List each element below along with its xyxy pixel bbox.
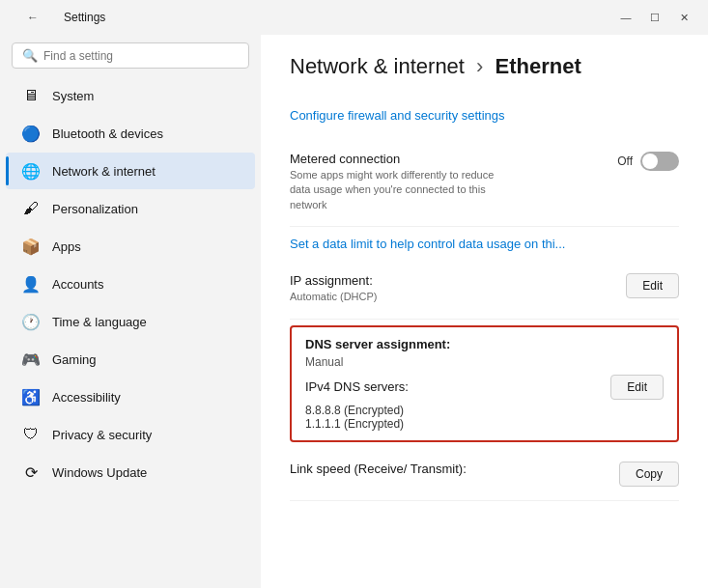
search-icon: 🔍 xyxy=(22,48,38,63)
dns-box: DNS server assignment: Manual IPv4 DNS s… xyxy=(290,325,679,442)
nav-icon-accessibility: ♿ xyxy=(21,387,41,406)
data-limit-link[interactable]: Set a data limit to help control data us… xyxy=(290,237,565,251)
nav-icon-privacy: 🛡 xyxy=(21,425,41,444)
nav-icon-accounts: 👤 xyxy=(21,274,41,294)
content-area: 🔍 🖥 System 🔵 Bluetooth & devices 🌐 Netwo… xyxy=(0,35,708,588)
link-speed-row: Link speed (Receive/ Transmit): Copy xyxy=(290,448,679,501)
metered-label: Metered connection xyxy=(290,152,504,166)
close-button[interactable]: ✕ xyxy=(671,9,696,26)
nav-label-time: Time & language xyxy=(52,315,147,329)
dns-ipv4-label: IPv4 DNS servers: xyxy=(305,379,409,394)
sidebar-item-system[interactable]: 🖥 System xyxy=(6,77,255,114)
sidebar-item-apps[interactable]: 📦 Apps xyxy=(6,228,255,265)
nav-label-gaming: Gaming xyxy=(52,352,97,367)
nav-label-windows-update: Windows Update xyxy=(52,465,147,480)
sidebar-item-bluetooth[interactable]: 🔵 Bluetooth & devices xyxy=(6,115,255,152)
nav-label-network: Network & internet xyxy=(52,164,156,179)
sidebar-item-time[interactable]: 🕐 Time & language xyxy=(6,303,255,340)
dns-sub: Manual xyxy=(305,355,664,369)
nav-label-system: System xyxy=(52,89,94,103)
sidebar-item-windows-update[interactable]: ⟳ Windows Update xyxy=(6,454,255,490)
nav-label-personalization: Personalization xyxy=(52,202,138,216)
dns-label: DNS server assignment: xyxy=(305,337,664,351)
ip-value: Automatic (DHCP) xyxy=(290,290,504,304)
window-controls: — ☐ ✕ xyxy=(613,9,696,26)
nav-label-apps: Apps xyxy=(52,239,81,254)
breadcrumb-prefix: Network & internet xyxy=(290,54,465,78)
metered-toggle-label: Off xyxy=(617,154,633,168)
maximize-button[interactable]: ☐ xyxy=(642,9,667,26)
ip-assignment-row: IP assignment: Automatic (DHCP) Edit xyxy=(290,260,679,319)
link-speed-label: Link speed (Receive/ Transmit): xyxy=(290,462,504,476)
main-content: Network & internet › Ethernet Configure … xyxy=(261,35,708,588)
nav-list: 🖥 System 🔵 Bluetooth & devices 🌐 Network… xyxy=(0,76,261,491)
metered-toggle[interactable] xyxy=(640,152,679,171)
sidebar: 🔍 🖥 System 🔵 Bluetooth & devices 🌐 Netwo… xyxy=(0,35,261,588)
sidebar-item-personalization[interactable]: 🖌 Personalization xyxy=(6,190,255,227)
breadcrumb-current: Ethernet xyxy=(496,54,581,78)
page-header: Network & internet › Ethernet xyxy=(290,54,679,89)
title-bar: ← Settings — ☐ ✕ xyxy=(0,0,708,35)
nav-icon-personalization: 🖌 xyxy=(21,199,41,218)
dns-server-entry: 1.1.1.1 (Encrypted) xyxy=(305,417,664,431)
dns-edit-button[interactable]: Edit xyxy=(610,375,664,400)
metered-connection-row: Metered connection Some apps might work … xyxy=(290,138,679,227)
dns-server-entry: 8.8.8.8 (Encrypted) xyxy=(305,404,664,417)
ip-label: IP assignment: xyxy=(290,273,504,288)
title-bar-left: ← Settings xyxy=(12,3,105,32)
ip-info: IP assignment: Automatic (DHCP) xyxy=(290,273,504,304)
nav-icon-gaming: 🎮 xyxy=(21,350,41,369)
nav-icon-apps: 📦 xyxy=(21,237,41,256)
copy-button[interactable]: Copy xyxy=(619,462,679,487)
metered-info: Metered connection Some apps might work … xyxy=(290,152,504,212)
nav-icon-network: 🌐 xyxy=(21,161,41,181)
sidebar-item-gaming[interactable]: 🎮 Gaming xyxy=(6,341,255,378)
link-speed-info: Link speed (Receive/ Transmit): xyxy=(290,462,504,478)
metered-desc: Some apps might work differently to redu… xyxy=(290,168,504,212)
nav-label-accessibility: Accessibility xyxy=(52,390,121,405)
nav-label-privacy: Privacy & security xyxy=(52,428,152,442)
configure-link[interactable]: Configure firewall and security settings xyxy=(290,108,679,123)
sidebar-item-accessibility[interactable]: ♿ Accessibility xyxy=(6,378,255,415)
search-input[interactable] xyxy=(43,49,239,63)
ip-edit-button[interactable]: Edit xyxy=(626,273,679,298)
breadcrumb-sep: › xyxy=(476,54,483,78)
nav-label-accounts: Accounts xyxy=(52,277,103,292)
nav-icon-bluetooth: 🔵 xyxy=(21,124,41,143)
ip-control: Edit xyxy=(626,273,679,298)
sidebar-item-network[interactable]: 🌐 Network & internet xyxy=(6,153,255,189)
nav-label-bluetooth: Bluetooth & devices xyxy=(52,126,163,141)
app-title: Settings xyxy=(64,11,105,24)
back-button[interactable]: ← xyxy=(12,3,54,32)
data-limit-row: Set a data limit to help control data us… xyxy=(290,227,679,260)
minimize-button[interactable]: — xyxy=(613,9,638,26)
sidebar-item-accounts[interactable]: 👤 Accounts xyxy=(6,266,255,302)
nav-icon-windows-update: ⟳ xyxy=(21,462,41,482)
back-icon: ← xyxy=(27,11,39,24)
sidebar-item-privacy[interactable]: 🛡 Privacy & security xyxy=(6,416,255,453)
link-speed-control: Copy xyxy=(619,462,679,487)
dns-servers: 8.8.8.8 (Encrypted)1.1.1.1 (Encrypted) xyxy=(305,404,664,431)
metered-control: Off xyxy=(617,152,679,171)
dns-ipv4-row: IPv4 DNS servers: Edit xyxy=(305,375,664,400)
search-box: 🔍 xyxy=(12,42,249,69)
nav-icon-time: 🕐 xyxy=(21,312,41,331)
nav-icon-system: 🖥 xyxy=(21,86,41,105)
